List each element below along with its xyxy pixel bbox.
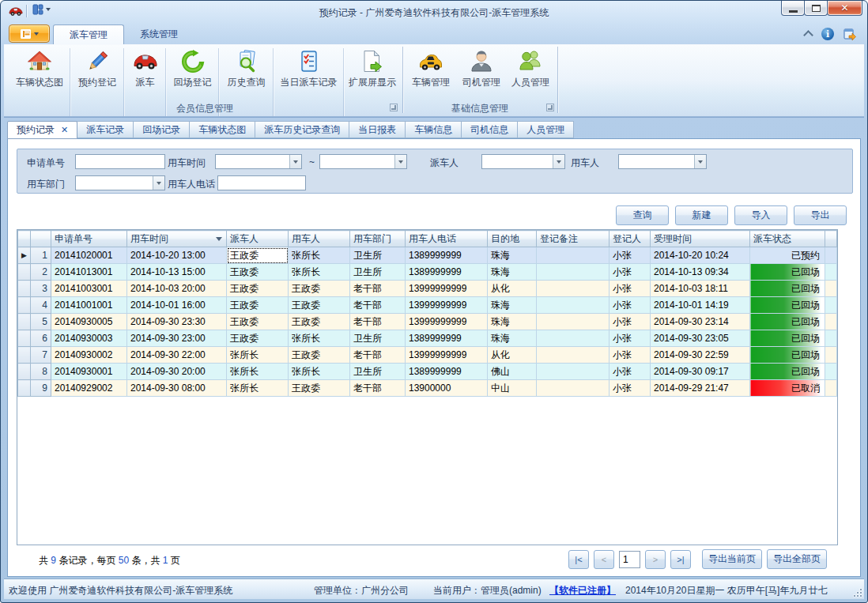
cell[interactable]: 1389999999 [406,247,488,264]
ribbon-button-vehicle-status[interactable]: 车辆状态图 [9,45,70,100]
page-number-input[interactable]: 1 [619,551,640,568]
filler-cell[interactable] [825,380,837,397]
minimize-button[interactable] [781,1,805,16]
cell[interactable]: 张所长 [289,264,350,281]
row-indicator[interactable]: ▶ [18,247,31,264]
filler-cell[interactable] [825,247,837,264]
ribbon-button-extended-screen[interactable]: 扩展屏显示 [344,45,401,100]
row-indicator[interactable] [18,364,31,380]
phone-input[interactable] [217,175,306,190]
cell[interactable]: 老干部 [350,380,406,397]
info-icon[interactable]: i [821,28,834,40]
cell[interactable] [537,347,609,364]
status-cell[interactable]: 已回场 [750,264,825,281]
cell[interactable]: 13999999999 [406,281,488,297]
first-page-button[interactable]: |< [568,550,589,569]
row-indicator[interactable] [18,314,31,330]
cell[interactable]: 20140930001 [51,364,127,380]
filler-cell[interactable] [825,281,837,297]
doc-tab-daily-report[interactable]: 当日报表 [349,121,406,138]
doc-tab-return-records[interactable]: 回场记录 [133,121,190,138]
cell[interactable]: 2014-10-01 16:00 [127,297,227,314]
header-dept[interactable]: 用车部门 [350,231,406,247]
row-number[interactable]: 3 [31,281,51,297]
cell[interactable]: 王政委 [289,347,350,364]
cell[interactable]: 20141013001 [51,264,127,281]
cell[interactable]: 小张 [609,330,651,347]
chevron-down-icon[interactable] [394,155,406,168]
chevron-down-icon[interactable] [153,176,164,190]
status-cell[interactable]: 已取消 [750,380,825,397]
ribbon-button-vehicle-mgmt[interactable]: 车辆管理 [404,45,458,100]
cell[interactable]: 1389999999 [406,264,488,281]
cell[interactable]: 珠海 [488,247,537,264]
cell[interactable]: 卫生所 [350,264,406,281]
cell[interactable]: 小张 [609,314,651,330]
cell[interactable]: 2014-09-30 23:30 [127,314,227,330]
order-no-input[interactable] [75,154,165,169]
cell[interactable]: 张所长 [289,247,350,264]
next-page-button[interactable]: > [645,550,666,569]
cell[interactable]: 2014-10-13 09:34 [651,264,750,281]
cell[interactable]: 2014-10-20 13:00 [127,247,227,264]
export-all-pages-button[interactable]: 导出全部页 [767,549,827,569]
cell[interactable]: 13999999999 [406,297,488,314]
application-menu-button[interactable] [9,24,50,43]
cell[interactable]: 2014-09-30 08:00 [127,380,227,397]
cell[interactable]: 20141001001 [51,297,127,314]
dialog-launcher-icon[interactable] [546,104,554,111]
row-number[interactable]: 7 [31,347,51,364]
cell[interactable]: 13900000 [406,380,488,397]
cell[interactable]: 20141003001 [51,281,127,297]
cell[interactable]: 2014-09-30 22:00 [127,347,227,364]
cell[interactable]: 卫生所 [350,364,406,380]
cell[interactable]: 老干部 [350,297,406,314]
cell[interactable]: 老干部 [350,314,406,330]
chevron-down-icon[interactable] [694,155,706,168]
cell[interactable] [537,297,609,314]
filler-cell[interactable] [825,364,837,380]
cell[interactable]: 张所长 [227,347,289,364]
cell[interactable] [537,281,609,297]
row-indicator[interactable] [18,330,31,347]
cell[interactable]: 20141020001 [51,247,127,264]
cell[interactable]: 小张 [609,281,651,297]
prev-page-button[interactable]: < [594,550,614,569]
cell[interactable]: 王政委 [289,297,350,314]
cell[interactable]: 王政委 [227,264,289,281]
cell[interactable]: 20140930002 [51,347,127,364]
cell[interactable]: 中山 [488,380,537,397]
close-tab-icon[interactable]: ✕ [61,125,68,135]
cell[interactable]: 2014-09-30 22:59 [651,347,750,364]
cell[interactable]: 王政委 [289,314,350,330]
row-number[interactable]: 9 [31,380,51,397]
cell[interactable]: 老干部 [350,281,406,297]
header-row-number[interactable] [31,231,51,247]
filler-cell[interactable] [825,297,837,314]
cell[interactable]: 王政委 [227,314,289,330]
cell[interactable]: 王政委 [227,330,289,347]
ribbon-button-reservation[interactable]: 预约登记 [70,45,124,100]
status-cell[interactable]: 已回场 [750,314,825,330]
filler-cell[interactable] [825,314,837,330]
cell[interactable]: 小张 [609,380,651,397]
status-cell[interactable]: 已回场 [750,330,825,347]
close-button[interactable]: ✕ [827,1,862,16]
chevron-down-icon[interactable] [289,155,301,168]
cell[interactable]: 13999999999 [406,314,488,330]
cell[interactable]: 1389999999 [406,330,488,347]
row-number[interactable]: 6 [31,330,51,347]
header-indicator[interactable] [18,231,31,247]
ribbon-button-return[interactable]: 回场登记 [166,45,219,100]
maximize-button[interactable] [804,1,828,16]
header-order-no[interactable]: 申请单号 [51,231,127,247]
dispatcher-combo[interactable] [481,154,565,169]
cell[interactable]: 小张 [609,264,651,281]
status-cell[interactable]: 已回场 [750,281,825,297]
cell[interactable]: 王政委 [227,281,289,297]
cell[interactable]: 2014-10-13 15:00 [127,264,227,281]
ribbon-button-today-dispatch[interactable]: 当日派车记录 [274,45,344,100]
cell[interactable]: 小张 [609,247,651,264]
new-button[interactable]: 新建 [675,205,728,225]
status-cell[interactable]: 已回场 [750,347,825,364]
